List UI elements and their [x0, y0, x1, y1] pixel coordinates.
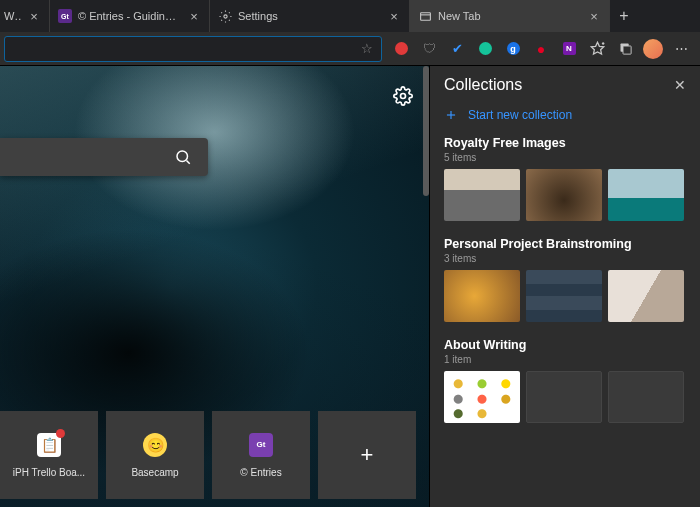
collection-about-writing[interactable]: About Writing 1 item — [444, 338, 686, 423]
ntp-tiles: 📋 iPH Trello Boa... 😊 Basecamp Gt © Entr… — [0, 411, 429, 507]
start-new-collection-label: Start new collection — [468, 108, 572, 122]
tab-title: New Tab — [438, 10, 581, 22]
ntp-scrollbar[interactable] — [423, 66, 429, 507]
thumbnail-empty — [526, 371, 602, 423]
close-icon[interactable]: × — [187, 9, 201, 23]
thumbnail — [444, 371, 520, 423]
tab-web[interactable]: Web × — [0, 0, 50, 32]
thumbnail — [526, 270, 602, 322]
close-icon[interactable]: × — [587, 9, 601, 23]
thumbnail — [444, 169, 520, 221]
close-icon[interactable]: ✕ — [674, 77, 686, 93]
tab-settings[interactable]: Settings × — [210, 0, 410, 32]
tile-basecamp[interactable]: 😊 Basecamp — [106, 411, 204, 499]
address-bar[interactable]: ☆ — [4, 36, 382, 62]
collections-icon[interactable] — [612, 36, 638, 62]
close-icon[interactable]: × — [387, 9, 401, 23]
collections-panel: Collections ✕ Start new collection Royal… — [430, 66, 700, 507]
tab-title: Web — [4, 10, 21, 22]
collection-personal-project[interactable]: Personal Project Brainstroming 3 items — [444, 237, 686, 322]
collection-count: 5 items — [444, 152, 686, 163]
thumbnail-empty — [608, 371, 684, 423]
svg-line-10 — [186, 160, 189, 163]
toolbar: ☆ 🛡 ✔ g ● N ⋯ — [0, 32, 700, 66]
thumbnail — [608, 169, 684, 221]
ext-gmail-icon[interactable]: g — [500, 36, 526, 62]
collection-thumbs — [444, 169, 686, 221]
tab-entries[interactable]: Gt © Entries - Guiding Tech × — [50, 0, 210, 32]
search-icon — [174, 148, 192, 166]
ext-shield-icon[interactable]: 🛡 — [416, 36, 442, 62]
tile-label: © Entries — [240, 467, 281, 478]
svg-rect-1 — [420, 12, 430, 20]
collections-list: Royalty Free Images 5 items Personal Pro… — [430, 136, 700, 507]
start-new-collection-button[interactable]: Start new collection — [430, 100, 700, 136]
tab-title: © Entries - Guiding Tech — [78, 10, 181, 22]
tab-strip: Web × Gt © Entries - Guiding Tech × Sett… — [0, 0, 700, 32]
more-icon[interactable]: ⋯ — [668, 36, 694, 62]
tile-entries[interactable]: Gt © Entries — [212, 411, 310, 499]
collection-count: 3 items — [444, 253, 686, 264]
tile-label: Basecamp — [131, 467, 178, 478]
ext-grammarly-icon[interactable] — [472, 36, 498, 62]
collection-title: Royalty Free Images — [444, 136, 686, 150]
tab-title: Settings — [238, 10, 381, 22]
thumbnail — [444, 270, 520, 322]
tile-label: iPH Trello Boa... — [13, 467, 85, 478]
plus-icon: + — [361, 442, 374, 468]
ntp-search-box[interactable] — [0, 138, 208, 176]
main-content: 📋 iPH Trello Boa... 😊 Basecamp Gt © Entr… — [0, 66, 700, 507]
collection-title: Personal Project Brainstroming — [444, 237, 686, 251]
panel-title: Collections — [444, 76, 674, 94]
svg-point-0 — [223, 14, 226, 17]
thumbnail — [526, 169, 602, 221]
new-tab-icon — [418, 9, 432, 23]
collection-count: 1 item — [444, 354, 686, 365]
collection-thumbs — [444, 371, 686, 423]
ext-pinterest-icon[interactable]: ● — [528, 36, 554, 62]
favicon-gt: Gt — [58, 9, 72, 23]
svg-point-8 — [401, 94, 406, 99]
ext-adblock-icon[interactable] — [388, 36, 414, 62]
tile-icon: Gt — [249, 433, 273, 457]
tile-add[interactable]: + — [318, 411, 416, 499]
new-tab-button[interactable]: + — [610, 2, 638, 30]
tile-icon: 😊 — [143, 433, 167, 457]
collection-thumbs — [444, 270, 686, 322]
svg-point-9 — [177, 151, 188, 162]
ntp-settings-button[interactable] — [393, 86, 413, 110]
tile-icon: 📋 — [37, 433, 61, 457]
new-tab-page: 📋 iPH Trello Boa... 😊 Basecamp Gt © Entr… — [0, 66, 430, 507]
star-icon[interactable]: ☆ — [361, 41, 373, 56]
favorites-icon[interactable] — [584, 36, 610, 62]
gear-icon — [218, 9, 232, 23]
collection-title: About Writing — [444, 338, 686, 352]
plus-icon — [444, 108, 458, 122]
ext-check-icon[interactable]: ✔ — [444, 36, 470, 62]
panel-header: Collections ✕ — [430, 66, 700, 100]
close-icon[interactable]: × — [27, 9, 41, 23]
tile-trello[interactable]: 📋 iPH Trello Boa... — [0, 411, 98, 499]
thumbnail — [608, 270, 684, 322]
avatar[interactable] — [640, 36, 666, 62]
tab-new-tab[interactable]: New Tab × — [410, 0, 610, 32]
collection-royalty-free[interactable]: Royalty Free Images 5 items — [444, 136, 686, 221]
ext-onenote-icon[interactable]: N — [556, 36, 582, 62]
svg-rect-7 — [623, 46, 631, 54]
